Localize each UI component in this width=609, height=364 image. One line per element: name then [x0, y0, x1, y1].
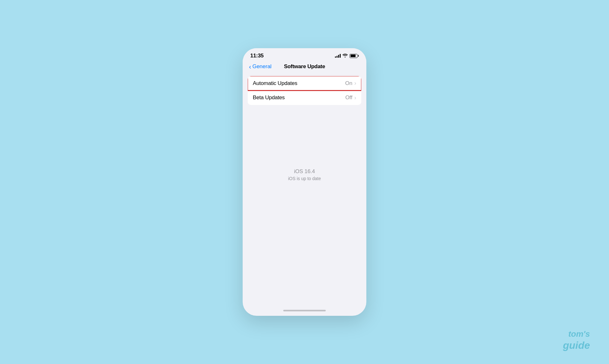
chevron-right-icon-1: › [354, 94, 356, 101]
back-button[interactable]: ‹ General [249, 63, 272, 70]
nav-bar: ‹ General Software Update [243, 62, 366, 74]
ios-version-number: iOS 16.4 [243, 168, 366, 175]
beta-updates-value: Off [345, 94, 352, 101]
home-bar [283, 310, 326, 311]
home-indicator [243, 305, 366, 316]
ios-version-status: iOS is up to date [243, 176, 366, 181]
phone-frame: 11:35 [243, 48, 366, 316]
watermark-line1: tom's [563, 329, 590, 339]
settings-group: Automatic Updates On › Beta Updates Off … [248, 76, 361, 105]
beta-updates-row[interactable]: Beta Updates Off › [248, 91, 361, 105]
watermark-line2: guide [563, 339, 590, 351]
page-title: Software Update [284, 63, 325, 70]
beta-updates-label: Beta Updates [253, 94, 285, 101]
wifi-icon [343, 54, 348, 58]
beta-updates-value-group: Off › [345, 94, 356, 101]
chevron-right-icon-0: › [354, 80, 356, 87]
automatic-updates-row[interactable]: Automatic Updates On › [248, 76, 361, 90]
signal-icon [335, 54, 341, 58]
automatic-updates-label: Automatic Updates [253, 80, 297, 87]
status-bar: 11:35 [243, 48, 366, 62]
watermark: tom's guide [563, 329, 590, 351]
status-time: 11:35 [250, 53, 264, 59]
content-area: Automatic Updates On › Beta Updates Off … [243, 74, 366, 305]
chevron-left-icon: ‹ [249, 63, 251, 70]
back-label: General [252, 63, 272, 70]
status-icons [335, 54, 359, 58]
automatic-updates-value-group: On › [345, 80, 356, 87]
automatic-updates-value: On [345, 80, 352, 87]
battery-icon [350, 54, 359, 58]
ios-version-info: iOS 16.4 iOS is up to date [243, 168, 366, 181]
